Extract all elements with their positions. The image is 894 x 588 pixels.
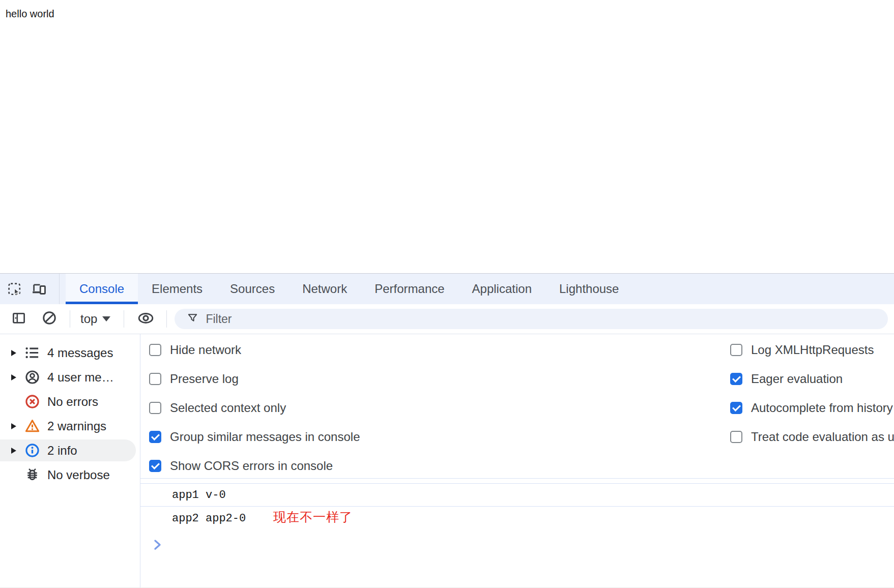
sidebar-item-messages[interactable]: 4 messages [0, 342, 140, 364]
tab-sources[interactable]: Sources [216, 274, 289, 304]
tab-console[interactable]: Console [66, 274, 138, 304]
sidebar-item-label: No errors [47, 395, 98, 409]
info-icon [24, 443, 40, 458]
expander-triangle-icon[interactable] [11, 350, 16, 356]
inspect-element-icon[interactable] [7, 282, 22, 297]
setting-autocomplete-history[interactable]: Autocomplete from history [730, 398, 894, 418]
settings-right-column: Log XMLHttpRequests Eager evaluation Aut… [730, 340, 894, 456]
chevron-down-icon [102, 316, 110, 321]
expander-triangle-icon[interactable] [11, 448, 16, 454]
clear-console-icon[interactable] [42, 310, 57, 328]
checkbox[interactable] [730, 431, 742, 443]
context-label: top [80, 312, 97, 326]
sidebar-item-warnings[interactable]: 2 warnings [0, 415, 140, 437]
sidebar-item-errors[interactable]: No errors [0, 391, 140, 413]
user-icon [24, 369, 40, 385]
console-prompt[interactable] [140, 538, 894, 553]
tab-application[interactable]: Application [458, 274, 545, 304]
tab-network[interactable]: Network [289, 274, 361, 304]
setting-label: Hide network [170, 343, 241, 357]
console-main: Hide network Preserve log Selected conte… [140, 334, 894, 588]
console-content: 4 messages 4 user me… [0, 334, 894, 588]
page-body-text: hello world [6, 8, 54, 20]
sidebar-item-user-messages[interactable]: 4 user me… [0, 366, 140, 388]
checkbox[interactable] [149, 431, 161, 443]
filter-input[interactable] [206, 312, 888, 326]
devtools-tab-bar: Console Elements Sources Network Perform… [0, 274, 894, 304]
tabbar-icon-group [0, 274, 60, 304]
setting-label: Selected context only [170, 401, 286, 415]
tab-elements[interactable]: Elements [138, 274, 216, 304]
tab-label: Console [79, 282, 124, 296]
setting-label: Autocomplete from history [751, 401, 893, 415]
toolbar-separator [166, 310, 167, 328]
sidebar-item-label: 4 user me… [47, 370, 114, 385]
settings-left-column: Hide network Preserve log Selected conte… [149, 340, 360, 485]
tab-label: Application [472, 282, 532, 296]
prompt-chevron-icon [154, 539, 162, 553]
sidebar-item-info[interactable]: 2 info [0, 439, 136, 461]
filter-box[interactable] [175, 309, 888, 329]
toggle-device-toolbar-icon[interactable] [31, 281, 46, 297]
checkbox[interactable] [149, 344, 161, 356]
list-icon [24, 345, 40, 361]
setting-label: Show CORS errors in console [170, 459, 333, 473]
warning-icon [24, 418, 40, 434]
tab-label: Elements [152, 282, 203, 296]
sidebar-item-label: No verbose [47, 468, 110, 482]
console-message-text: app2 app2-0 [172, 512, 246, 525]
sidebar-item-verbose[interactable]: No verbose [0, 464, 140, 486]
error-icon [24, 394, 40, 409]
expander-triangle-icon[interactable] [11, 423, 16, 429]
red-annotation-text: 现在不一样了 [273, 509, 353, 525]
console-message-list: app1 v-0 app2 app2-0 现在不一样了 [140, 483, 894, 530]
console-message: app1 v-0 [140, 484, 894, 507]
setting-hide-network[interactable]: Hide network [149, 340, 360, 360]
bug-icon [24, 467, 40, 483]
setting-label: Log XMLHttpRequests [751, 343, 874, 357]
setting-label: Treat code evaluation as user action [751, 430, 894, 444]
checkbox[interactable] [730, 402, 742, 414]
toolbar-separator [124, 310, 124, 328]
checkbox[interactable] [149, 373, 161, 385]
sidebar-item-label: 2 warnings [47, 419, 106, 433]
tab-label: Performance [374, 282, 444, 296]
filter-funnel-icon [187, 312, 198, 326]
sidebar-item-label: 4 messages [47, 346, 113, 360]
checkbox[interactable] [149, 460, 161, 472]
setting-label: Group similar messages in console [170, 430, 360, 444]
tab-performance[interactable]: Performance [361, 274, 458, 304]
setting-label: Preserve log [170, 372, 239, 386]
setting-selected-context-only[interactable]: Selected context only [149, 398, 360, 418]
setting-preserve-log[interactable]: Preserve log [149, 369, 360, 389]
tab-label: Sources [230, 282, 275, 296]
setting-eager-evaluation[interactable]: Eager evaluation [730, 369, 894, 389]
console-settings-pane: Hide network Preserve log Selected conte… [140, 334, 894, 479]
setting-show-cors-errors[interactable]: Show CORS errors in console [149, 456, 360, 476]
console-message-text: app1 v-0 [172, 489, 226, 502]
toggle-console-sidebar-icon[interactable] [11, 310, 26, 328]
setting-group-similar[interactable]: Group similar messages in console [149, 427, 360, 447]
sidebar-item-label: 2 info [47, 444, 77, 458]
devtools-panel: Console Elements Sources Network Perform… [0, 273, 894, 588]
checkbox[interactable] [730, 344, 742, 356]
tab-lighthouse[interactable]: Lighthouse [545, 274, 632, 304]
checkbox[interactable] [149, 402, 161, 414]
live-expression-eye-icon[interactable] [138, 310, 154, 328]
tab-label: Network [302, 282, 347, 296]
execution-context-selector[interactable]: top [80, 312, 110, 326]
checkbox[interactable] [730, 373, 742, 385]
tab-label: Lighthouse [559, 282, 619, 296]
setting-treat-code-evaluation[interactable]: Treat code evaluation as user action [730, 427, 894, 447]
console-message: app2 app2-0 现在不一样了 [140, 507, 894, 530]
setting-log-xmlhttprequests[interactable]: Log XMLHttpRequests [730, 340, 894, 360]
setting-label: Eager evaluation [751, 372, 843, 386]
console-toolbar: top [0, 304, 894, 334]
toolbar-separator [70, 310, 70, 328]
console-sidebar: 4 messages 4 user me… [0, 334, 140, 588]
tab-list: Console Elements Sources Network Perform… [66, 274, 632, 304]
expander-triangle-icon[interactable] [11, 374, 16, 380]
